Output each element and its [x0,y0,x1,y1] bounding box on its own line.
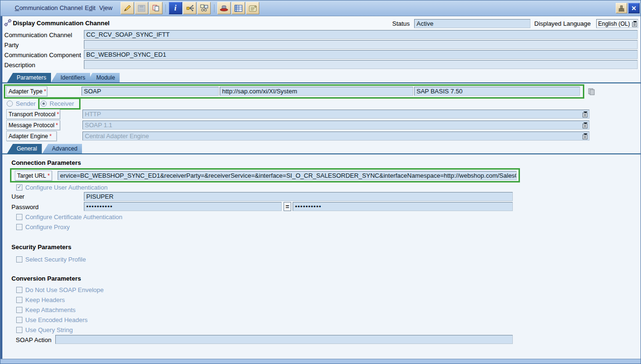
do-not-use-soap-envelope-label: Do Not Use SOAP Envelope [25,286,104,293]
conversion-parameters-header: Conversion Parameters [11,275,81,282]
party-field[interactable] [84,40,638,49]
copy-icon [152,4,160,12]
administration-button[interactable] [217,2,231,14]
window-bottom-border [0,359,641,364]
connection-parameters-header: Connection Parameters [11,159,81,166]
configure-cert-auth-checkbox[interactable] [16,214,22,220]
message-protocol-label: Message Protocol* [6,120,60,130]
where-used-button[interactable] [197,2,211,14]
adapter-type-field[interactable]: SOAP [81,87,219,96]
receiver-radio-label: Receiver [50,100,74,107]
scroll-icon [249,5,257,12]
where-used-icon [200,4,208,12]
toolbar-separator [165,4,166,12]
configure-user-auth-checkbox[interactable] [16,184,22,191]
keep-attachments-checkbox[interactable] [16,307,22,313]
stamp-button[interactable] [616,3,627,13]
adapter-engine-label: Adapter Engine* [6,131,57,141]
use-encoded-headers-label: Use Encoded Headers [25,316,88,324]
dropdown-icon[interactable] [581,132,588,140]
keep-headers-checkbox[interactable] [16,297,22,303]
user-label: User [11,193,24,200]
keep-headers-label: Keep Headers [25,296,65,303]
select-security-profile-label: Select Security Profile [25,256,86,263]
user-field[interactable]: PISUPER [84,192,513,201]
configure-cert-auth-label: Configure Certificate Authentication [25,213,122,221]
configure-proxy-checkbox[interactable] [16,224,22,230]
info-button[interactable]: i [169,2,182,14]
menu-bar: Communication Channel Edit View i [0,0,641,16]
sap-communication-channel-window: Communication Channel Edit View i [0,0,641,364]
password-label: Password [11,203,39,211]
dropdown-icon[interactable] [631,20,638,27]
transport-protocol-field: HTTP [82,110,590,119]
close-icon: ✕ [631,5,637,11]
channel-icon [4,19,11,26]
sender-radio[interactable] [7,101,13,107]
floppy-save-icon [138,5,145,12]
pencil-icon [123,4,132,12]
status-field[interactable]: Active [414,19,530,28]
copy-pages-icon[interactable] [588,88,595,95]
receiver-radio[interactable] [41,101,47,107]
use-query-string-checkbox[interactable] [16,327,22,333]
configure-proxy-label: Configure Proxy [25,223,70,231]
configure-user-auth-label: Configure User Authentication [25,184,108,191]
password-confirm-field[interactable]: •••••••••• [293,202,513,211]
tab-general[interactable]: General [7,144,42,153]
table-icon [234,5,243,12]
message-protocol-field: SOAP 1.1 [82,121,590,130]
tab-strip-divider [0,82,641,83]
security-parameters-header: Security Parameters [11,243,71,251]
do-not-use-soap-envelope-checkbox[interactable] [16,287,22,293]
adapter-type-label: Adapter Type* [6,86,47,96]
description-field[interactable] [84,60,638,69]
password-equals-indicator: = [284,202,291,211]
menu-edit[interactable]: Edit [85,4,95,11]
route-icon [186,4,194,12]
displayed-language-label: Displayed Language [534,20,591,27]
menu-communication-channel[interactable]: Communication Channel [15,4,82,11]
window-left-border [0,0,2,364]
tab-identifiers[interactable]: Identifiers [51,73,90,82]
description-label: Description [4,61,35,69]
adapter-engine-field: Central Adapter Engine [82,131,590,141]
displayed-language-select[interactable]: English (OL) [596,19,638,28]
transport-protocol-label: Transport Protocol* [6,109,60,119]
communication-channel-label: Communication Channel [4,31,72,39]
save-button [135,2,148,14]
communication-component-label: Communication Component [4,51,81,59]
select-security-profile-checkbox[interactable] [16,256,22,263]
list-view-button[interactable] [232,2,245,14]
status-label: Status [392,20,410,27]
dropdown-icon[interactable] [581,121,588,129]
soap-action-field[interactable] [55,335,513,344]
party-label: Party [4,41,19,49]
use-query-string-label: Use Query String [25,326,73,334]
dropdown-icon[interactable] [581,111,588,118]
target-url-field[interactable]: ervice=BC_WEBSHOP_SYNC_ED1&receiverParty… [58,171,517,180]
adapter-namespace-field[interactable]: http://sap.com/xi/XI/System [220,87,413,96]
sender-radio-label: Sender [16,100,36,107]
close-button[interactable]: ✕ [628,3,640,13]
tab-parameters[interactable]: Parameters [7,73,51,82]
keep-attachments-label: Keep Attachments [25,306,76,313]
adapter-version-field[interactable]: SAP BASIS 7.50 [414,87,580,96]
target-url-label: Target URL* [15,171,52,181]
page-title: Display Communication Channel [13,20,110,27]
copy-button[interactable] [149,2,163,14]
toolbar-separator [214,4,214,12]
relations-button[interactable] [183,2,196,14]
sub-tab-strip-divider [0,153,641,154]
use-encoded-headers-checkbox[interactable] [16,317,22,323]
log-button[interactable] [246,2,259,14]
stamp-icon [618,5,625,12]
communication-component-field[interactable]: BC_WEBSHOP_SYNC_ED1 [84,50,638,59]
communication-channel-field[interactable]: CC_RCV_SOAP_SYNC_IFTT [84,30,638,39]
hat-icon [220,4,228,12]
tab-module[interactable]: Module [87,73,120,82]
password-field[interactable]: •••••••••• [84,202,282,211]
menu-view[interactable]: View [99,4,112,11]
display-change-button[interactable] [121,2,134,14]
tab-advanced[interactable]: Advanced [42,144,82,153]
